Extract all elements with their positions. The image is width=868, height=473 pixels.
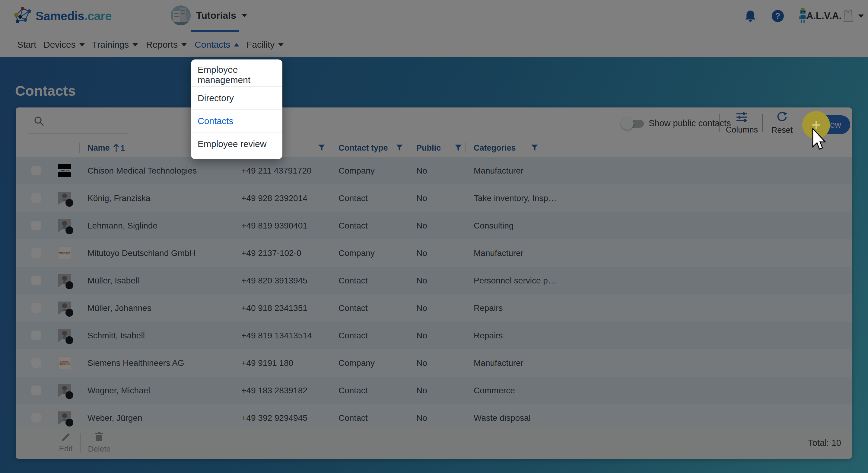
mouse-cursor <box>812 128 830 154</box>
contacts-dropdown-menu: Employee managementDirectoryContactsEmpl… <box>191 59 282 159</box>
menu-item-directory[interactable]: Directory <box>191 86 282 109</box>
menu-item-contacts[interactable]: Contacts <box>191 109 282 132</box>
menu-item-employee-management[interactable]: Employee management <box>191 63 282 86</box>
menu-item-employee-review[interactable]: Employee review <box>191 132 282 155</box>
app-window: Samedis.care Tutorials <box>0 0 868 473</box>
modal-backdrop[interactable] <box>0 0 868 473</box>
